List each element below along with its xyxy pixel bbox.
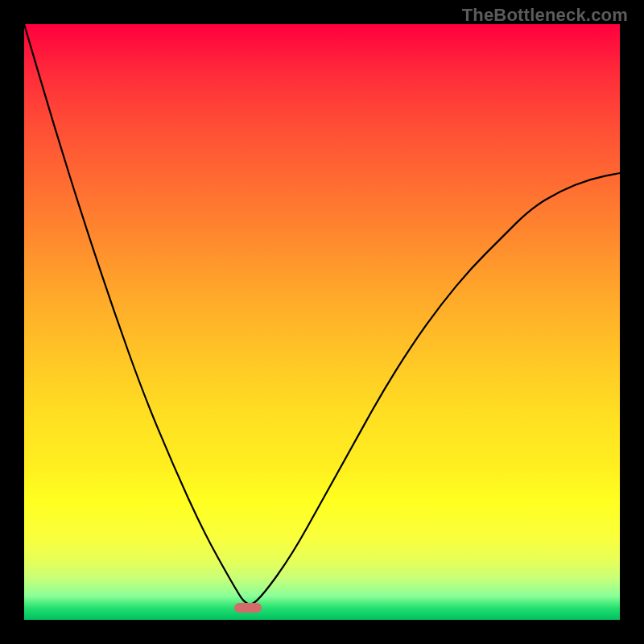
chart-container: TheBottleneck.com: [0, 0, 644, 644]
vertex-marker: [234, 603, 262, 613]
watermark-text: TheBottleneck.com: [462, 5, 628, 26]
bottleneck-curve: [24, 24, 620, 620]
curve-path: [24, 24, 620, 604]
plot-area: [24, 24, 620, 620]
